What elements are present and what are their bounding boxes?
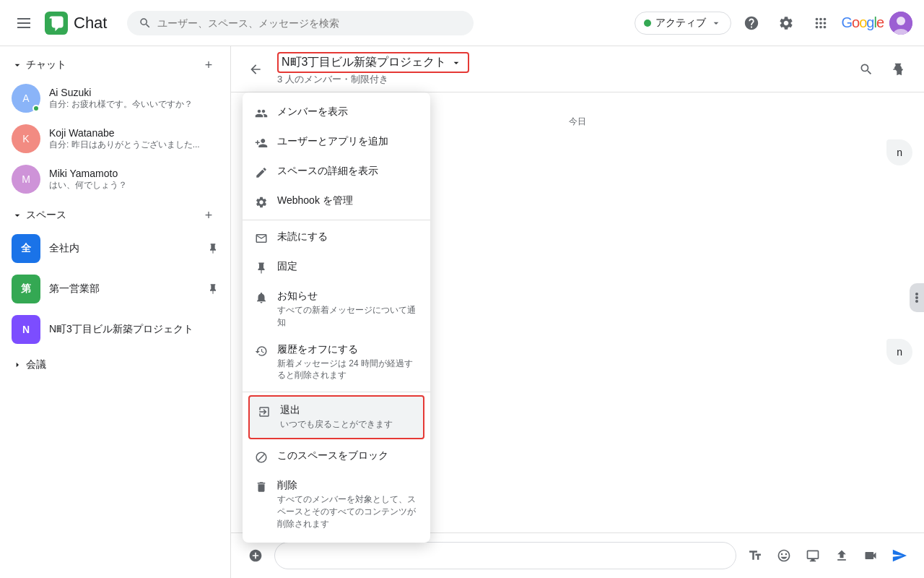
main-body: チャット + A Ai Suzuki 自分: お疲れ様です。今いいですか？ K … (0, 46, 924, 578)
chat-info-miki-yamamoto: Miki Yamamoto はい、何でしょう？ (49, 168, 219, 191)
pin-icon-daiichi (207, 283, 219, 295)
chat-preview-miki-yamamoto: はい、何でしょう？ (49, 179, 219, 191)
dropdown-text-delete: 削除 すべてのメンバーを対象として、スペースとそのすべてのコンテンツが削除されま… (277, 479, 419, 530)
screen-share-button[interactable] (800, 543, 826, 569)
chat-info-koji-watanabe: Koji Watanabe 自分: 昨日はありがとうございました... (49, 127, 219, 151)
dropdown-text-block: このスペースをブロック (277, 449, 419, 462)
send-button[interactable] (886, 543, 912, 569)
dropdown-item-history[interactable]: 履歴をオフにする 新着メッセージは 24 時間が経過すると削除されます (243, 336, 430, 389)
spaces-section-title[interactable]: スペース (12, 209, 66, 222)
chat-section-header: チャット + (0, 46, 230, 78)
block-icon (254, 450, 269, 465)
menu-divider-1 (243, 220, 430, 220)
upload-button[interactable] (829, 543, 855, 569)
chat-preview-ai-suzuki: 自分: お疲れ様です。今いいですか？ (49, 98, 219, 111)
user-avatar[interactable] (889, 12, 912, 35)
leave-icon (257, 405, 271, 419)
resize-handle[interactable] (910, 283, 924, 312)
dropdown-text-add-user: ユーザーとアプリを追加 (277, 135, 419, 148)
format-text-button[interactable] (742, 543, 768, 569)
video-button[interactable] (858, 543, 884, 569)
header-actions (852, 55, 912, 84)
dropdown-item-leave[interactable]: 退出 いつでも戻ることができます (248, 395, 424, 439)
dropdown-text-webhook: Webhook を管理 (277, 194, 419, 207)
space-header-dropdown-trigger[interactable]: N町3丁目ビル新築プロジェクト (277, 52, 843, 73)
add-space-button[interactable]: + (199, 205, 219, 225)
dropdown-item-space-detail[interactable]: スペースの詳細を表示 (243, 158, 430, 187)
history-off-icon (254, 344, 269, 358)
settings-button[interactable] (772, 9, 801, 38)
space-name-zenshain: 全社内 (49, 242, 199, 255)
svg-point-4 (915, 293, 918, 296)
space-icon-n-cho: N (12, 315, 40, 344)
message-input[interactable] (274, 542, 736, 569)
notification-icon (254, 290, 269, 305)
dropdown-text-members: メンバーを表示 (277, 105, 419, 118)
dropdown-text-history: 履歴をオフにする 新着メッセージは 24 時間が経過すると削除されます (277, 343, 419, 382)
apps-button[interactable] (806, 9, 835, 38)
help-button[interactable] (737, 9, 766, 38)
menu-divider-2 (243, 392, 430, 392)
space-item-zenshain[interactable]: 全 全社内 (0, 228, 230, 269)
meetings-title: 会議 (26, 358, 46, 371)
top-header: Chat アクティブ Google (0, 0, 924, 46)
dropdown-menu: メンバーを表示 ユーザーとアプリを追加 スペースの詳細を表示 (243, 92, 430, 543)
avatar-ai-suzuki: A (12, 84, 40, 113)
status-button[interactable]: アクティブ (635, 12, 731, 35)
dropdown-text-leave: 退出 いつでも戻ることができます (280, 404, 416, 431)
space-header-info: N町3丁目ビル新築プロジェクト 3 人のメンバー・制限付き (277, 52, 843, 86)
chevron-down-icon (12, 59, 23, 71)
sidebar: チャット + A Ai Suzuki 自分: お疲れ様です。今いいですか？ K … (0, 46, 231, 578)
chat-item-ai-suzuki[interactable]: A Ai Suzuki 自分: お疲れ様です。今いいですか？ (0, 78, 230, 118)
chat-item-miki-yamamoto[interactable]: M Miki Yamamoto はい、何でしょう？ (0, 159, 230, 199)
delete-icon (254, 480, 269, 494)
dropdown-text-pin: 固定 (277, 260, 419, 273)
meetings-section-header[interactable]: 会議 (0, 350, 230, 374)
hamburger-menu[interactable] (12, 12, 36, 34)
dropdown-text-notify: お知らせ すべての新着メッセージについて通知 (277, 290, 419, 329)
space-header-title: N町3丁目ビル新築プロジェクト (282, 55, 446, 70)
chat-item-koji-watanabe[interactable]: K Koji Watanabe 自分: 昨日はありがとうございました... (0, 118, 230, 159)
space-header-meta: 3 人のメンバー・制限付き (277, 73, 843, 86)
space-header-highlighted[interactable]: N町3丁目ビル新築プロジェクト (277, 52, 469, 73)
pin-content-button[interactable] (884, 55, 912, 84)
add-chat-button[interactable]: + (199, 55, 219, 75)
online-indicator (32, 105, 40, 112)
dropdown-item-unread[interactable]: 未読にする (243, 223, 430, 253)
dropdown-item-pin[interactable]: 固定 (243, 253, 430, 282)
app-title: Chat (74, 14, 107, 33)
emoji-button[interactable] (771, 543, 797, 569)
space-icon-daiichi: 第 (12, 275, 40, 303)
search-bar[interactable] (127, 11, 474, 35)
search-input[interactable] (157, 17, 462, 29)
chevron-right-icon-meetings (12, 359, 23, 371)
dropdown-text-space-detail: スペースの詳細を表示 (277, 165, 419, 178)
dropdown-item-block[interactable]: このスペースをブロック (243, 442, 430, 472)
pin-icon-zenshain (207, 243, 219, 254)
message-bubble: n (886, 139, 912, 165)
svg-point-2 (897, 17, 905, 25)
dropdown-item-add-user[interactable]: ユーザーとアプリを追加 (243, 128, 430, 158)
chat-preview-koji-watanabe: 自分: 昨日はありがとうございました... (49, 139, 219, 151)
avatar-koji-watanabe: K (12, 124, 40, 153)
content-header: N町3丁目ビル新築プロジェクト 3 人のメンバー・制限付き (231, 46, 924, 92)
members-icon (254, 106, 269, 121)
back-button[interactable] (243, 56, 269, 82)
spaces-section-header: スペース + (0, 199, 230, 228)
chat-name-koji-watanabe: Koji Watanabe (49, 127, 219, 139)
search-content-button[interactable] (852, 55, 881, 84)
dropdown-item-webhook[interactable]: Webhook を管理 (243, 187, 430, 217)
space-item-daiichi[interactable]: 第 第一営業部 (0, 269, 230, 309)
space-item-n-cho[interactable]: N N町3丁目ビル新築プロジェクト (0, 309, 230, 350)
content-area: N町3丁目ビル新築プロジェクト 3 人のメンバー・制限付き (231, 46, 924, 578)
dropdown-item-members[interactable]: メンバーを表示 (243, 98, 430, 128)
chat-section-title[interactable]: チャット (12, 59, 66, 72)
dropdown-item-notify[interactable]: お知らせ すべての新着メッセージについて通知 (243, 282, 430, 336)
chat-logo-icon (45, 12, 68, 35)
add-content-button[interactable] (243, 543, 269, 569)
pin-dropdown-icon (254, 261, 269, 275)
chat-name-ai-suzuki: Ai Suzuki (49, 87, 219, 98)
svg-point-5 (915, 296, 918, 299)
dropdown-item-delete[interactable]: 削除 すべてのメンバーを対象として、スペースとそのすべてのコンテンツが削除されま… (243, 472, 430, 537)
chat-name-miki-yamamoto: Miki Yamamoto (49, 168, 219, 179)
